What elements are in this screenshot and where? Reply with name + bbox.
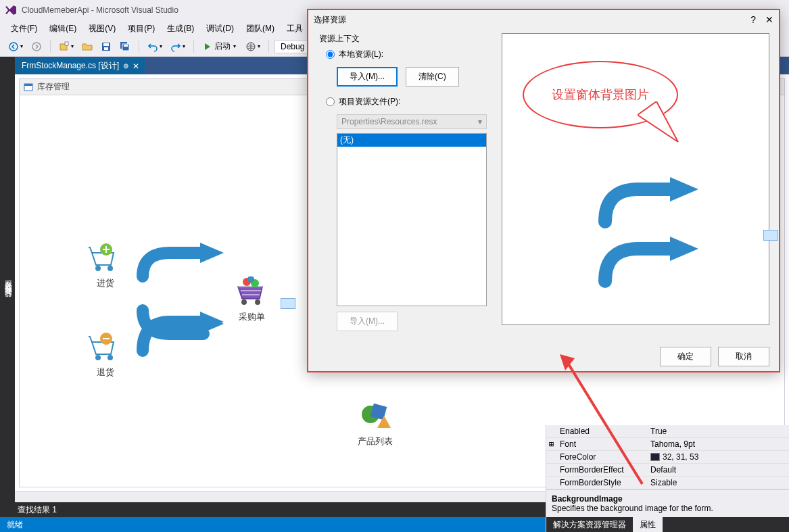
resource-context-group: 资源上下文 本地资源(L): 导入(M)... 清除(C) 项目资源文件(P):… — [318, 33, 492, 337]
close-button[interactable]: ✕ — [765, 14, 773, 25]
prop-row: ⊞FontTahoma, 9pt — [546, 438, 789, 451]
menu-edit[interactable]: 编辑(E) — [44, 22, 82, 36]
svg-point-24 — [241, 299, 247, 305]
expand-icon[interactable]: ⊞ — [549, 439, 554, 449]
resource-file-combo[interactable]: Properties\Resources.resx ▾ — [337, 114, 487, 129]
save-all-button[interactable] — [117, 40, 133, 53]
arrow-icon — [597, 176, 698, 230]
svg-rect-4 — [65, 42, 68, 45]
prop-row: FormBorderEffectDefault — [546, 464, 789, 477]
svg-marker-11 — [205, 43, 210, 50]
document-tab-active[interactable]: FrmStockManage.cs [设计] ⊕ ✕ — [16, 57, 145, 74]
svg-marker-23 — [200, 312, 224, 332]
svg-marker-0 — [5, 5, 16, 15]
solution-explorer-tab[interactable]: 解决方案资源管理器 — [546, 517, 633, 532]
form-title: 库存管理 — [37, 81, 70, 93]
select-resource-dialog: 选择资源 ? ✕ 资源上下文 本地资源(L): 导入(M)... 清除(C) 项… — [307, 9, 780, 372]
menu-tools[interactable]: 工具 — [281, 22, 308, 36]
menu-debug[interactable]: 调试(D) — [201, 22, 239, 36]
redo-button[interactable]: ▾ — [168, 40, 188, 53]
property-grid[interactable]: EnabledTrue ⊞FontTahoma, 9pt ForeColor32… — [546, 425, 789, 489]
selection-handle[interactable] — [281, 298, 295, 309]
left-tool-strip: 服务器资源管理器 工具箱 测试资源管理器 — [0, 57, 15, 502]
help-button[interactable]: ? — [750, 14, 756, 25]
cart-colored-icon — [235, 276, 268, 306]
cancel-button[interactable]: 取消 — [718, 347, 769, 366]
nav-back-button[interactable]: ▾ — [5, 40, 26, 53]
svg-marker-18 — [200, 243, 224, 263]
local-resource-radio[interactable]: 本地资源(L): — [326, 49, 492, 60]
product-list-item[interactable]: 产品列表 — [358, 401, 393, 448]
prop-row: FormBorderStyleSizable — [546, 477, 789, 489]
open-file-button[interactable] — [79, 40, 95, 53]
svg-rect-7 — [104, 47, 108, 50]
list-item-none[interactable]: (无) — [337, 134, 486, 147]
selection-handle[interactable] — [763, 230, 778, 241]
clear-button[interactable]: 清除(C) — [406, 67, 459, 87]
stock-in-item[interactable]: 进货 — [89, 243, 122, 289]
menu-file[interactable]: 文件(F) — [5, 22, 43, 36]
pin-icon[interactable]: ⊕ — [123, 62, 128, 70]
prop-row: EnabledTrue — [546, 425, 789, 438]
tab-label: FrmStockManage.cs [设计] — [22, 60, 119, 72]
menu-build[interactable]: 生成(B) — [162, 22, 199, 36]
svg-point-19 — [95, 355, 101, 360]
menu-project[interactable]: 项目(P) — [122, 22, 160, 36]
cart-plus-icon — [89, 243, 122, 272]
stock-return-label: 退货 — [89, 366, 122, 379]
cart-minus-icon — [89, 332, 122, 362]
properties-panel: EnabledTrue ⊞FontTahoma, 9pt ForeColor32… — [546, 425, 789, 532]
svg-point-2 — [32, 43, 41, 51]
callout-tail-icon — [638, 101, 698, 149]
prop-row: ForeColor32, 31, 53 — [546, 451, 789, 464]
import-button[interactable]: 导入(M)... — [337, 67, 398, 87]
svg-marker-33 — [670, 177, 698, 201]
form-icon — [24, 82, 33, 92]
arrow-icon — [597, 235, 698, 289]
svg-point-20 — [107, 355, 113, 360]
shapes-icon — [358, 401, 392, 431]
start-debug-button[interactable]: 启动 ▾ — [199, 39, 240, 53]
product-list-label: 产品列表 — [358, 435, 393, 448]
group-label: 资源上下文 — [318, 33, 492, 45]
svg-point-15 — [95, 266, 101, 271]
color-swatch — [650, 453, 660, 461]
menu-view[interactable]: 视图(V) — [83, 22, 121, 36]
nav-forward-button[interactable] — [28, 40, 45, 53]
vs-logo-icon — [5, 5, 16, 16]
browser-button[interactable]: ▾ — [243, 40, 263, 53]
svg-rect-6 — [103, 43, 109, 46]
chevron-down-icon: ▾ — [478, 117, 482, 126]
svg-point-1 — [9, 43, 18, 51]
svg-point-25 — [255, 299, 260, 305]
svg-marker-32 — [638, 101, 678, 142]
arrow-icon — [136, 243, 224, 290]
save-button[interactable] — [98, 40, 114, 53]
dialog-title: 选择资源 — [314, 14, 346, 26]
status-label: 就绪 — [7, 519, 23, 531]
radio-input[interactable] — [326, 97, 335, 106]
server-explorer-tab[interactable]: 服务器资源管理器 — [3, 274, 14, 285]
start-label: 启动 — [214, 41, 231, 52]
right-panel-tabs: 解决方案资源管理器 属性 — [546, 517, 789, 532]
dialog-footer: 确定 取消 — [308, 341, 779, 371]
window-title: CloudMemeberApi - Microsoft Visual Studi… — [22, 5, 178, 15]
radio-input[interactable] — [326, 50, 335, 59]
properties-tab[interactable]: 属性 — [633, 517, 663, 532]
new-project-button[interactable]: ▾ — [56, 40, 76, 53]
menu-team[interactable]: 团队(M) — [241, 22, 280, 36]
undo-button[interactable]: ▾ — [145, 40, 165, 53]
project-resource-radio[interactable]: 项目资源文件(P): — [326, 96, 492, 107]
purchase-order-label: 采购单 — [235, 311, 268, 323]
ok-button[interactable]: 确定 — [660, 347, 711, 366]
stock-return-item[interactable]: 退货 — [89, 332, 122, 379]
resource-listbox[interactable]: (无) — [337, 133, 487, 306]
preview-pane: 设置窗体背景图片 — [502, 33, 769, 337]
preview-box: 设置窗体背景图片 — [502, 33, 769, 325]
close-icon[interactable]: ✕ — [133, 62, 139, 71]
purchase-order-item[interactable]: 采购单 — [235, 276, 268, 323]
arrow-icon — [136, 312, 224, 359]
svg-rect-14 — [24, 84, 32, 86]
property-description: BackgroundImage Specifies the background… — [546, 489, 789, 517]
dialog-title-bar: 选择资源 ? ✕ — [308, 10, 779, 29]
